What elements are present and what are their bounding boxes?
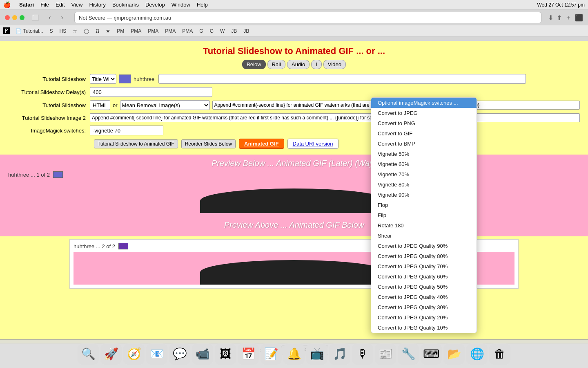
dropdown-item-jpeg30[interactable]: Convert to JPEG Quality 30% (371, 302, 477, 312)
dropdown-item-optional[interactable]: Optional imageMagick switches ... (371, 98, 477, 108)
data-uri-button[interactable]: Data URI version (287, 139, 339, 149)
dropdown-item-convert-gif[interactable]: Convert to GIF (371, 128, 477, 139)
dropdown-item-flip[interactable]: Flip (371, 210, 477, 220)
bookmark-g2[interactable]: G (207, 27, 216, 35)
dock-trash[interactable]: 🗑 (489, 343, 510, 365)
bookmark-pma3[interactable]: PMA (163, 27, 178, 35)
menu-edit[interactable]: Edit (56, 2, 65, 8)
delay-input[interactable] (90, 87, 212, 97)
share-icon[interactable]: ⬆ (557, 14, 562, 22)
dropdown-item-jpeg50[interactable]: Convert to JPEG Quality 50% (371, 282, 477, 292)
sidebar-toggle[interactable]: ⬜ (31, 13, 39, 22)
menu-bookmarks[interactable]: Bookmarks (112, 2, 139, 8)
dropdown-item-jpeg60[interactable]: Convert to JPEG Quality 60% (371, 272, 477, 282)
dock-chrome[interactable]: 🌐 (466, 343, 488, 365)
color-swatch[interactable] (119, 74, 131, 83)
dropdown-item-shear[interactable]: Shear (371, 231, 477, 241)
tab-audio[interactable]: Audio (287, 60, 310, 69)
dropdown-item-jpeg70[interactable]: Convert to JPEG Quality 70% (371, 261, 477, 272)
bookmark-pma2[interactable]: PMA (145, 27, 161, 35)
sidebar-icon[interactable]: ⬛ (575, 14, 583, 22)
bookmark-star2[interactable]: ★ (103, 27, 113, 35)
dock-calendar[interactable]: 📅 (238, 343, 259, 365)
bookmark-circle[interactable]: ◯ (81, 27, 91, 35)
tab-rail[interactable]: Rail (267, 60, 285, 69)
imagemagick-input[interactable] (90, 126, 163, 135)
maximize-button[interactable] (20, 15, 24, 20)
minimize-button[interactable] (12, 15, 17, 20)
dock-mail[interactable]: 📧 (146, 343, 167, 365)
tab-video[interactable]: Video (323, 60, 346, 69)
slideshow-input[interactable] (158, 74, 526, 84)
back-button[interactable]: ‹ (44, 12, 56, 23)
dock-reminders[interactable]: 🔔 (283, 343, 305, 365)
bookmark-s[interactable]: S (47, 27, 56, 35)
tab-i[interactable]: I (311, 60, 322, 69)
dropdown-item-vignette90[interactable]: Vignette 90% (371, 190, 477, 200)
dock-finder[interactable]: 🔍 (78, 343, 99, 365)
dropdown-item-vignette80[interactable]: Vignette 80% (371, 180, 477, 190)
slide-num-2: huhthree ... 2 of 2 (74, 243, 115, 249)
bookmark-pm[interactable]: PM (114, 27, 127, 35)
menu-history[interactable]: History (89, 2, 105, 8)
dropdown-item-vignette50[interactable]: Vignette 50% (371, 149, 477, 159)
dropdown-item-rotate180[interactable]: Rotate 180 (371, 220, 477, 231)
dropdown-item-convert-bmp[interactable]: Convert to BMP (371, 139, 477, 149)
reorder-button[interactable]: Reorder Slides Below (181, 139, 236, 148)
menu-view[interactable]: View (71, 2, 83, 8)
dock-launchpad[interactable]: 🚀 (100, 343, 122, 365)
dropdown-item-convert-jpeg[interactable]: Convert to JPEG (371, 108, 477, 118)
mean-removal-select[interactable]: Mean Removal Image(s) (120, 100, 210, 110)
dropdown-item-jpeg10[interactable]: Convert to JPEG Quality 10% (371, 323, 477, 333)
dock-intellij[interactable]: 🔧 (398, 343, 419, 365)
dropdown-item-jpeg40[interactable]: Convert to JPEG Quality 40% (371, 292, 477, 302)
dropdown-item-jpeg20[interactable]: Convert to JPEG Quality 20% (371, 312, 477, 323)
dock-music[interactable]: 🎵 (329, 343, 350, 365)
preview-title-1: Preview Below ... Animated GIF (Later) (… (8, 159, 580, 168)
dock-notes[interactable]: 📝 (261, 343, 282, 365)
animated-gif-button[interactable]: Animated GIF (239, 139, 284, 149)
bookmark-jb[interactable]: JB (229, 27, 239, 35)
forward-button[interactable]: › (56, 12, 68, 23)
html-badge: HTML (90, 100, 110, 110)
bookmark-w[interactable]: W (218, 27, 227, 35)
new-tab-icon[interactable]: ＋ (565, 13, 572, 22)
title-select[interactable]: Title Wi (90, 74, 116, 84)
menu-window[interactable]: Window (172, 2, 190, 8)
dock-terminal[interactable]: ⌨ (421, 343, 442, 365)
apple-menu[interactable]: 🍎 (3, 1, 11, 9)
bookmark-omega[interactable]: Ω (93, 27, 102, 35)
dropdown-item-jpeg90[interactable]: Convert to JPEG Quality 90% (371, 241, 477, 251)
dropdown-item-flop[interactable]: Flop (371, 200, 477, 210)
dock-filezilla[interactable]: 📂 (443, 343, 465, 365)
bookmark-star[interactable]: ☆ (70, 27, 80, 35)
dock-podcasts[interactable]: 🎙 (352, 343, 373, 365)
dropdown-item-jpeg80[interactable]: Convert to JPEG Quality 80% (371, 251, 477, 261)
slideshow-to-gif-button[interactable]: Tutorial Slideshow to Animated GIF (94, 139, 178, 148)
bookmark-tutorial[interactable]: 📄 Tutorial... (13, 27, 46, 35)
bookmark-pma4[interactable]: PMA (180, 27, 195, 35)
bookmark-hs[interactable]: HS (57, 27, 69, 35)
tab-below[interactable]: Below (242, 60, 265, 69)
dropdown-item-vignette70[interactable]: Vignette 70% (371, 169, 477, 180)
dock-photos[interactable]: 🖼 (215, 343, 236, 365)
comment-input2[interactable] (90, 113, 580, 122)
preview-title-2: Preview Above ... Animated GIF Below (0, 220, 588, 230)
menu-develop[interactable]: Develop (145, 2, 165, 8)
bookmark-pma1[interactable]: PMA (128, 27, 144, 35)
dock-facetime[interactable]: 📹 (192, 343, 213, 365)
dock-safari[interactable]: 🧭 (123, 343, 145, 365)
address-bar[interactable]: Not Secure — rjmprogramming.com.au (74, 12, 541, 23)
dock-messages[interactable]: 💬 (169, 343, 190, 365)
dock-appletv[interactable]: 📺 (306, 343, 327, 365)
close-button[interactable] (5, 15, 10, 20)
dock-news[interactable]: 📰 (375, 343, 396, 365)
downloads-icon[interactable]: ⬇ (548, 14, 553, 22)
dropdown-item-convert-png[interactable]: Convert to PNG (371, 118, 477, 128)
bookmark-g[interactable]: G (197, 27, 205, 35)
menu-help[interactable]: Help (197, 2, 208, 8)
bookmark-jb2[interactable]: JB (241, 27, 252, 35)
dropdown-item-vignette60[interactable]: Vignette 60% (371, 159, 477, 169)
menu-file[interactable]: File (40, 2, 49, 8)
app-menu[interactable]: Safari (19, 2, 34, 8)
